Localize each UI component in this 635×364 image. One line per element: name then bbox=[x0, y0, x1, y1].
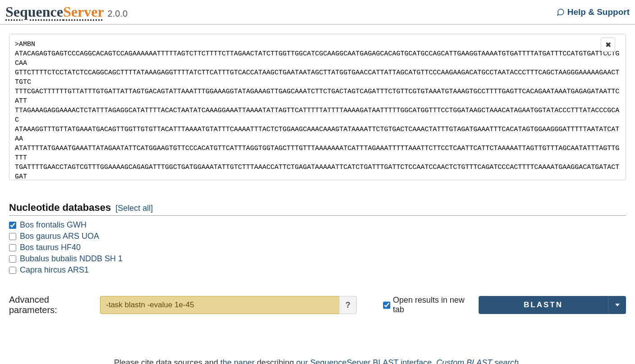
sequence-textarea[interactable] bbox=[9, 34, 626, 180]
database-checkbox[interactable] bbox=[9, 244, 16, 251]
database-checkbox[interactable] bbox=[9, 233, 16, 240]
database-heading: Nucleotide databases [Select all] bbox=[9, 202, 626, 216]
footer-paper-link[interactable]: the paper bbox=[220, 358, 255, 364]
database-checkbox[interactable] bbox=[9, 222, 16, 229]
version-label: 2.0.0 bbox=[108, 9, 128, 19]
logo-sequence: Sequence bbox=[5, 4, 63, 20]
footer-prefix: Please cite data sources and bbox=[114, 358, 220, 364]
submit-group: BLASTN bbox=[479, 296, 626, 314]
advanced-input-group: ? bbox=[100, 296, 357, 314]
database-label[interactable]: Bos gaurus ARS UOA bbox=[20, 232, 99, 241]
comment-icon bbox=[557, 8, 565, 16]
database-item: Bos gaurus ARS UOA bbox=[9, 231, 626, 242]
database-label[interactable]: Capra hircus ARS1 bbox=[20, 265, 89, 275]
controls-row: Advanced parameters: ? Open results in n… bbox=[9, 295, 626, 315]
clear-button[interactable]: ✖ bbox=[601, 37, 615, 52]
advanced-help-button[interactable]: ? bbox=[339, 296, 357, 314]
blast-dropdown-button[interactable] bbox=[608, 296, 626, 314]
main-content: ✖ Nucleotide databases [Select all] Bos … bbox=[0, 25, 635, 364]
footer-mid: describing bbox=[255, 358, 296, 364]
help-support-link[interactable]: Help & Support bbox=[557, 7, 630, 17]
database-checkbox[interactable] bbox=[9, 267, 16, 274]
logo-server: Server bbox=[63, 4, 104, 20]
advanced-params-input[interactable] bbox=[100, 296, 339, 314]
header: SequenceServer 2.0.0 Help & Support bbox=[0, 0, 635, 25]
database-item: Bos frontalis GWH bbox=[9, 219, 626, 231]
app-logo: SequenceServer bbox=[5, 4, 104, 20]
question-icon: ? bbox=[346, 300, 351, 309]
database-item: Bubalus bubalis NDDB SH 1 bbox=[9, 253, 626, 264]
help-label: Help & Support bbox=[567, 7, 630, 17]
close-icon: ✖ bbox=[605, 41, 611, 49]
new-tab-checkbox[interactable] bbox=[383, 301, 390, 309]
database-item: Bos taurus HF40 bbox=[9, 242, 626, 253]
database-item: Capra hircus ARS1 bbox=[9, 264, 626, 276]
database-list: Bos frontalis GWHBos gaurus ARS UOABos t… bbox=[9, 219, 626, 276]
footer-period: . bbox=[432, 358, 436, 364]
database-label[interactable]: Bos frontalis GWH bbox=[20, 220, 87, 230]
blast-submit-button[interactable]: BLASTN bbox=[479, 296, 608, 314]
sequence-input-wrapper: ✖ bbox=[9, 34, 626, 182]
chevron-down-icon bbox=[615, 304, 620, 306]
footer-interface-link[interactable]: our SequenceServer BLAST interface bbox=[296, 358, 432, 364]
database-label[interactable]: Bos taurus HF40 bbox=[20, 243, 81, 252]
logo-group: SequenceServer 2.0.0 bbox=[5, 4, 128, 20]
select-all-link[interactable]: [Select all] bbox=[115, 204, 153, 213]
database-section: Nucleotide databases [Select all] Bos fr… bbox=[9, 202, 626, 276]
advanced-label: Advanced parameters: bbox=[9, 295, 93, 315]
new-tab-group: Open results in new tab bbox=[383, 296, 471, 314]
footer: Please cite data sources and the paper d… bbox=[9, 358, 626, 364]
database-label[interactable]: Bubalus bubalis NDDB SH 1 bbox=[20, 254, 123, 264]
footer-custom-link[interactable]: Custom BLAST search. bbox=[436, 358, 521, 364]
new-tab-label[interactable]: Open results in new tab bbox=[393, 296, 471, 314]
database-checkbox[interactable] bbox=[9, 255, 16, 263]
database-title: Nucleotide databases bbox=[9, 202, 111, 214]
